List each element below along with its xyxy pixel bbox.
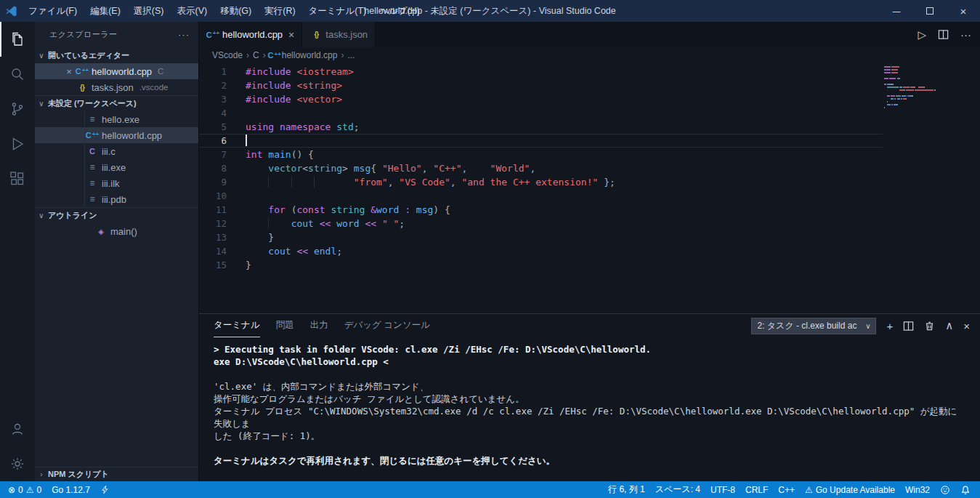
more-actions-icon[interactable]: ··· — [178, 29, 190, 40]
code-line[interactable]: 5using namespace std; — [199, 120, 883, 134]
code-line[interactable]: 14 cout << endl; — [199, 244, 883, 258]
open-editor-item[interactable]: {}tasks.json.vscode — [35, 79, 198, 95]
activity-settings[interactable] — [0, 446, 35, 481]
menu-item-6[interactable]: ターミナル(T) — [302, 0, 373, 22]
minimize-button[interactable]: ─ — [880, 0, 913, 22]
activity-search[interactable] — [0, 57, 35, 92]
workspace-section-header[interactable]: ∨ 未設定 (ワークスペース) — [35, 95, 198, 111]
more-actions-button[interactable]: ··· — [960, 28, 971, 41]
open-editor-suffix: C — [158, 67, 163, 76]
status-bolt[interactable] — [95, 481, 115, 498]
status-go-update[interactable]: ⚠Go Update Available — [800, 481, 900, 498]
code-line[interactable]: 6 — [199, 134, 883, 148]
open-editor-suffix: .vscode — [139, 83, 169, 92]
status-indentation[interactable]: スペース: 4 — [650, 481, 705, 498]
panel-tab-2[interactable]: 出力 — [310, 314, 328, 337]
sidebar-title: エクスプローラー — [49, 29, 118, 40]
breadcrumb-item-0[interactable]: VScode — [212, 50, 243, 60]
open-editor-item[interactable]: ×C++helloworld.cppC — [35, 63, 198, 79]
code-line[interactable]: 8 vector<string> msg{ "Hello", "C++", "W… — [199, 161, 883, 175]
menu-item-4[interactable]: 移動(G) — [214, 0, 258, 22]
code-line[interactable]: 11 for (const string &word : msg) { — [199, 203, 883, 217]
extensions-icon — [9, 170, 26, 188]
terminal-output[interactable]: > Executing task in folder VScode: cl.ex… — [199, 337, 980, 481]
code-line[interactable]: 12 cout << word << " "; — [199, 217, 883, 230]
maximize-panel-button[interactable]: ∧ — [945, 319, 953, 332]
maximize-button[interactable] — [913, 0, 947, 22]
code-line[interactable]: 7int main() { — [199, 148, 883, 161]
line-number: 10 — [199, 189, 246, 203]
status-notifications[interactable] — [955, 481, 976, 498]
line-number: 5 — [199, 120, 246, 134]
menu-item-3[interactable]: 表示(V) — [170, 0, 214, 22]
close-window-button[interactable]: × — [947, 0, 980, 22]
status-left: ⊗0 ⚠0Go 1.12.7 — [3, 481, 115, 498]
file-tree-item[interactable]: ≡iii.pdb — [35, 191, 198, 207]
line-number: 6 — [199, 134, 246, 148]
run-button[interactable]: ▷ — [918, 28, 926, 41]
code-line[interactable]: 1#include <iostream> — [199, 65, 883, 79]
activity-explorer[interactable] — [0, 22, 35, 57]
status-language-mode[interactable]: C++ — [773, 481, 800, 498]
editor-tab-1[interactable]: {}tasks.json — [302, 22, 376, 47]
code-line[interactable]: 10 — [199, 189, 883, 203]
cpp-file-icon: C++ — [206, 31, 219, 39]
code-line[interactable]: 9 "from", "VS Code", "and the C++ extens… — [199, 175, 883, 189]
activity-extensions[interactable] — [0, 161, 35, 196]
editor-tab-0[interactable]: C++helloworld.cpp× — [199, 22, 302, 47]
activity-source-control[interactable] — [0, 92, 35, 126]
file-tree-item[interactable]: ≡iii.exe — [35, 159, 198, 175]
menu-item-2[interactable]: 選択(S) — [127, 0, 171, 22]
kill-terminal-button[interactable] — [924, 321, 935, 332]
code-content: } — [246, 230, 274, 244]
status-encoding[interactable]: UTF-8 — [705, 481, 740, 498]
npm-scripts-section-header[interactable]: › NPM スクリプト — [35, 467, 198, 481]
code-line[interactable]: 2#include <string> — [199, 79, 883, 92]
outline-section-header[interactable]: ∨ アウトライン — [35, 207, 198, 223]
activity-run-debug[interactable] — [0, 126, 35, 161]
panel-tab-3[interactable]: デバッグ コンソール — [344, 314, 430, 337]
outline-item[interactable]: ◈main() — [35, 223, 198, 239]
split-terminal-button[interactable] — [903, 321, 914, 332]
status-label: Go Update Available — [816, 485, 895, 495]
file-tree-item[interactable]: Ciii.c — [35, 143, 198, 159]
problems-status[interactable]: ⊗0 ⚠0 — [3, 481, 46, 498]
terminal-dropdown[interactable]: 2: タスク - cl.exe build ac ∨ — [751, 318, 876, 334]
breadcrumb-item-1[interactable]: C — [253, 50, 259, 60]
minimap[interactable] — [884, 66, 970, 110]
code-line[interactable]: 4 — [199, 106, 883, 120]
menu-item-0[interactable]: ファイル(F) — [22, 0, 84, 22]
outline-label: アウトライン — [48, 210, 97, 221]
close-panel-button[interactable]: × — [963, 320, 970, 332]
activity-accounts[interactable] — [0, 411, 35, 446]
close-icon[interactable]: × — [62, 66, 76, 77]
split-editor-button[interactable] — [938, 29, 949, 40]
terminal-line: exe D:\VScode\C\helloworld.cpp < — [214, 356, 965, 368]
chevron-down-icon: ∨ — [35, 212, 48, 220]
code-line[interactable]: 15} — [199, 258, 883, 272]
menu-item-5[interactable]: 実行(R) — [258, 0, 301, 22]
file-tree-item[interactable]: C++helloworld.cpp — [35, 127, 198, 143]
code-line[interactable]: 13 } — [199, 230, 883, 244]
open-editors-section-header[interactable]: ∨ 開いているエディター — [35, 47, 198, 63]
status-go-version[interactable]: Go 1.12.7 — [46, 481, 95, 498]
breadcrumb-item-2[interactable]: C++helloworld.cpp — [270, 50, 338, 60]
code-editor[interactable]: 1#include <iostream>2#include <string>3#… — [199, 63, 980, 313]
run-icon — [9, 135, 26, 153]
code-content: #include <vector> — [246, 92, 342, 106]
status-platform[interactable]: Win32 — [900, 481, 935, 498]
panel-tab-0[interactable]: ターミナル — [214, 314, 260, 337]
status-cursor-position[interactable]: 行 6, 列 1 — [603, 481, 650, 498]
vscode-logo-icon — [0, 5, 22, 17]
panel-tab-1[interactable]: 問題 — [276, 314, 294, 337]
file-tree-item[interactable]: ≡hello.exe — [35, 111, 198, 127]
status-eol[interactable]: CRLF — [740, 481, 773, 498]
menu-item-1[interactable]: 編集(E) — [84, 0, 127, 22]
status-feedback[interactable] — [935, 481, 955, 498]
code-line[interactable]: 3#include <vector> — [199, 92, 883, 106]
new-terminal-button[interactable]: + — [886, 320, 893, 332]
account-icon — [9, 420, 26, 438]
file-tree-item[interactable]: ≡iii.ilk — [35, 175, 198, 191]
breadcrumb-item-3[interactable]: ... — [347, 50, 355, 60]
close-icon[interactable]: × — [288, 29, 294, 41]
